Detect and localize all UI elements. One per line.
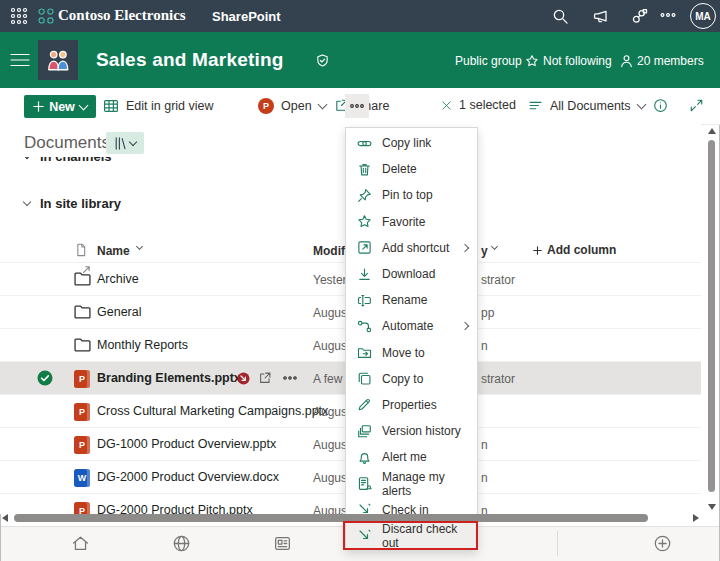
site-logo[interactable] <box>38 40 78 80</box>
megaphone-icon[interactable] <box>592 8 609 25</box>
plus-icon <box>33 101 44 112</box>
members-count[interactable]: 20 members <box>620 54 704 68</box>
chevron-down-icon <box>23 198 31 206</box>
organize-documents-button[interactable] <box>106 132 144 154</box>
scroll-right-arrow-icon[interactable] <box>693 514 699 522</box>
app-launcher-waffle-icon[interactable] <box>10 7 28 25</box>
horizontal-scrollbar-thumb[interactable] <box>14 514 648 522</box>
add-shortcut-icon <box>357 240 372 255</box>
row-more-ellipsis-icon[interactable] <box>283 376 297 380</box>
folder-icon <box>74 304 91 319</box>
automate-flow-icon <box>357 319 372 334</box>
menu-item-automate[interactable]: Automate <box>346 313 477 339</box>
sharepoint-window: Contoso Electronics SharePoint MA <box>0 0 720 561</box>
submenu-chevron-icon <box>461 244 469 252</box>
checked-out-badge-icon <box>237 372 250 385</box>
move-to-folder-icon <box>357 345 372 360</box>
search-icon[interactable] <box>552 8 569 25</box>
menu-item-rename[interactable]: Rename <box>346 287 477 313</box>
info-icon[interactable] <box>653 98 668 113</box>
ellipsis-icon <box>350 104 364 108</box>
menu-item-move-to[interactable]: Move to <box>346 340 477 366</box>
bell-icon <box>357 450 372 465</box>
command-bar: New Edit in grid view P Open Share 1 sel… <box>0 88 720 125</box>
expand-fullscreen-icon[interactable] <box>689 98 704 113</box>
pencil-icon <box>357 397 372 412</box>
menu-item-favorite[interactable]: Favorite <box>346 209 477 235</box>
site-title[interactable]: Sales and Marketing <box>96 49 284 71</box>
star-icon <box>357 214 372 229</box>
new-button[interactable]: New <box>24 95 96 118</box>
edit-grid-view-button[interactable]: Edit in grid view <box>103 98 214 114</box>
powerpoint-file-icon: P <box>74 403 90 421</box>
share-button[interactable]: Share <box>288 98 343 113</box>
menu-item-manage-my-alerts[interactable]: Manage my alerts <box>346 470 477 496</box>
contoso-pinwheel-logo-icon[interactable] <box>37 7 55 25</box>
word-file-icon: W <box>74 469 90 487</box>
menu-item-add-shortcut[interactable]: Add shortcut <box>346 235 477 261</box>
follow-toggle[interactable]: Not following <box>525 54 612 68</box>
folder-icon <box>74 337 91 352</box>
mouse-cursor-icon <box>82 265 91 274</box>
powerpoint-app-icon: P <box>258 98 274 114</box>
star-icon <box>525 54 539 68</box>
menu-item-version-history[interactable]: Version history <box>346 418 477 444</box>
person-icon <box>620 54 633 68</box>
powerpoint-file-icon: P <box>74 370 90 388</box>
view-selector[interactable]: All Documents <box>528 98 645 113</box>
selected-check-icon[interactable] <box>37 370 53 386</box>
view-list-icon <box>528 98 543 113</box>
context-menu: Copy link Delete Pin to top Favorite Add… <box>345 127 478 550</box>
plus-icon <box>533 246 542 255</box>
group-header-in-site-library[interactable]: In site library <box>24 196 121 211</box>
scroll-down-arrow-icon[interactable] <box>708 504 716 510</box>
org-connections-icon[interactable] <box>631 8 648 25</box>
menu-item-copy-link[interactable]: Copy link <box>346 130 477 156</box>
copy-link-icon <box>357 136 372 151</box>
books-icon <box>114 136 127 151</box>
share-row-icon[interactable] <box>258 371 272 385</box>
hamburger-menu-icon[interactable] <box>10 53 30 67</box>
grid-icon <box>103 98 119 114</box>
add-column-button[interactable]: Add column <box>533 243 616 257</box>
privacy-label: Public group <box>455 54 522 68</box>
site-badge-icon <box>316 54 329 67</box>
add-circle-icon[interactable] <box>653 534 672 553</box>
footer-divider <box>557 531 558 556</box>
submenu-chevron-icon <box>461 322 469 330</box>
suite-bar: Contoso Electronics SharePoint MA <box>0 0 720 32</box>
brand-name[interactable]: Contoso Electronics <box>58 7 186 24</box>
column-header-modified[interactable]: Modif <box>313 244 345 258</box>
menu-item-copy-to[interactable]: Copy to <box>346 366 477 392</box>
scroll-left-arrow-icon[interactable] <box>2 514 8 522</box>
vertical-scrollbar-thumb[interactable] <box>708 140 715 492</box>
globe-icon[interactable] <box>172 534 191 553</box>
column-header-modified-by[interactable]: y <box>481 244 488 258</box>
download-icon <box>357 267 372 282</box>
menu-item-pin-to-top[interactable]: Pin to top <box>346 182 477 208</box>
more-commands-button[interactable] <box>345 94 369 118</box>
suite-more-ellipsis-icon[interactable] <box>660 12 676 18</box>
library-heading: Documents <box>24 133 110 153</box>
group-header-in-channels[interactable]: In channels <box>24 157 224 167</box>
manage-alerts-icon <box>357 476 372 491</box>
menu-item-delete[interactable]: Delete <box>346 156 477 182</box>
scroll-up-arrow-icon[interactable] <box>708 128 716 134</box>
home-icon[interactable] <box>71 534 90 553</box>
menu-item-alert-me[interactable]: Alert me <box>346 444 477 470</box>
news-card-icon[interactable] <box>273 534 292 553</box>
pin-icon <box>357 188 372 203</box>
version-history-icon <box>357 424 372 439</box>
rename-icon <box>357 293 372 308</box>
product-name[interactable]: SharePoint <box>212 9 281 24</box>
column-header-name[interactable]: Name <box>97 244 130 258</box>
vertical-scrollbar[interactable] <box>704 126 718 518</box>
site-header: Sales and Marketing Public group Not fol… <box>0 32 720 88</box>
copy-to-icon <box>357 371 372 386</box>
annotation-highlight-box <box>343 521 478 550</box>
menu-item-download[interactable]: Download <box>346 261 477 287</box>
file-type-column-icon[interactable] <box>74 242 88 258</box>
menu-item-properties[interactable]: Properties <box>346 392 477 418</box>
clear-selection-button[interactable]: 1 selected <box>441 98 516 112</box>
avatar[interactable]: MA <box>690 3 716 29</box>
